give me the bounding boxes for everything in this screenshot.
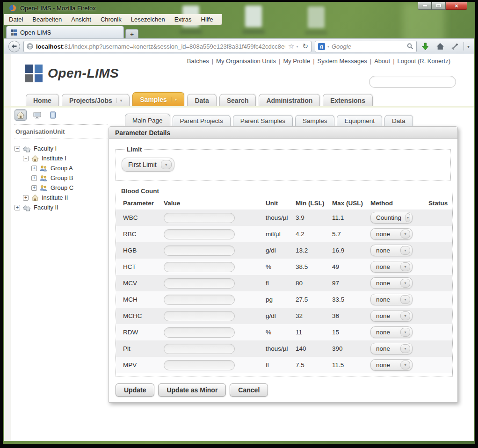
url-bar[interactable]: localhost:81/index.php?username=konertz&… — [23, 41, 311, 52]
value-input-wbc[interactable] — [164, 213, 235, 223]
menu-extras[interactable]: Extras — [174, 16, 192, 23]
method-select-plt[interactable]: none▾ — [370, 343, 413, 354]
method-select-rbc[interactable]: none▾ — [370, 228, 413, 240]
method-select-rdw[interactable]: none▾ — [370, 326, 413, 338]
browser-tab-open-lims[interactable]: Open-LIMS — [6, 26, 124, 38]
new-tab-button[interactable]: + — [125, 29, 138, 38]
downloads-icon[interactable] — [420, 41, 431, 52]
value-input-mcv[interactable] — [164, 278, 235, 289]
tab-parent-projects[interactable]: Parent Projects — [173, 115, 231, 126]
tab-data[interactable]: Data — [384, 115, 413, 126]
menu-ansicht[interactable]: Ansicht — [71, 16, 91, 23]
tab-parent-samples[interactable]: Parent Samples — [233, 115, 293, 126]
chevron-down-icon[interactable]: ▾ — [400, 311, 410, 320]
tree-item-institute-1[interactable]: − Institute I — [23, 153, 108, 163]
menu-hilfe[interactable]: Hilfe — [201, 16, 213, 23]
chevron-down-icon[interactable]: ▾ — [400, 295, 410, 304]
back-button[interactable] — [8, 41, 20, 52]
tab-projects-jobs[interactable]: Projects/Jobs▾ — [62, 94, 130, 106]
tree-item-faculty-1[interactable]: − Faculty I — [14, 144, 108, 153]
search-icon[interactable] — [407, 43, 413, 50]
tab-search[interactable]: Search — [219, 94, 256, 106]
value-input-mch[interactable] — [164, 295, 235, 305]
collapse-toggle[interactable]: − — [14, 146, 20, 152]
chevron-down-icon[interactable]: ▾ — [400, 262, 410, 271]
menu-datei[interactable]: Datei — [9, 16, 23, 23]
value-input-rbc[interactable] — [164, 229, 235, 239]
chevron-down-icon[interactable]: ▾ — [400, 361, 410, 369]
link-my-organisation-units[interactable]: My Organisation Units — [216, 58, 276, 65]
expand-toggle[interactable]: + — [14, 205, 20, 210]
link-batches[interactable]: Batches — [187, 58, 209, 65]
method-select-wbc[interactable]: Counting▾ — [370, 212, 413, 224]
notes-view-button[interactable] — [48, 110, 58, 120]
menu-chronik[interactable]: Chronik — [101, 16, 122, 23]
link-about[interactable]: About — [374, 58, 390, 65]
tree-item-group-b[interactable]: + Group B — [31, 173, 108, 183]
reload-icon[interactable]: ↻ — [302, 42, 308, 51]
maximize-button[interactable] — [432, 2, 446, 10]
bookmark-caret-icon[interactable]: ▾ — [296, 44, 298, 49]
tree-item-group-a[interactable]: + Group A — [31, 163, 108, 173]
method-select-hct[interactable]: none▾ — [370, 261, 413, 273]
chevron-down-icon[interactable]: ▾ — [161, 160, 172, 169]
expand-toggle[interactable]: + — [31, 185, 37, 191]
chevron-down-icon[interactable]: ▾ — [400, 344, 410, 353]
menu-bearbeiten[interactable]: Bearbeiten — [32, 16, 62, 23]
method-select-mch[interactable]: none▾ — [370, 294, 413, 305]
value-input-hct[interactable] — [164, 262, 235, 272]
menu-lesezeichen[interactable]: Lesezeichen — [131, 16, 165, 23]
browser-search-bar[interactable]: g ▾ — [315, 41, 417, 52]
tab-administration[interactable]: Administration — [259, 94, 320, 106]
tree-item-institute-2[interactable]: + Institute II — [23, 193, 108, 202]
update-button[interactable]: Update — [116, 383, 154, 397]
tab-data[interactable]: Data — [187, 94, 216, 106]
expand-toggle[interactable]: + — [31, 175, 37, 181]
search-engine-caret-icon[interactable]: ▾ — [327, 44, 329, 49]
minimize-button[interactable] — [418, 2, 432, 10]
tab-home[interactable]: Home — [26, 94, 59, 106]
desktop-view-button[interactable] — [32, 110, 43, 120]
browser-search-input[interactable] — [332, 43, 405, 50]
update-as-minor-button[interactable]: Update as Minor — [158, 383, 226, 397]
tab-main-page[interactable]: Main Page — [125, 114, 170, 126]
method-select-mpv[interactable]: none▾ — [370, 359, 413, 371]
tab-equipment[interactable]: Equipment — [337, 115, 382, 126]
chevron-down-icon[interactable]: ▾ — [400, 246, 410, 255]
value-input-plt[interactable] — [164, 344, 235, 354]
home-view-button[interactable] — [14, 109, 27, 121]
chevron-down-icon[interactable]: ▾ — [406, 213, 410, 222]
expand-toggle[interactable]: + — [23, 195, 29, 201]
collapse-toggle[interactable]: − — [23, 156, 29, 161]
toolbar-overflow-caret-icon[interactable]: ▾ — [467, 44, 470, 49]
expand-toggle[interactable]: + — [31, 166, 37, 171]
value-input-mpv[interactable] — [164, 360, 235, 370]
link-logout[interactable]: Logout (R. Konertz) — [398, 58, 450, 65]
cancel-button[interactable]: Cancel — [230, 383, 268, 397]
link-system-messages[interactable]: System Messages — [318, 58, 367, 65]
chevron-down-icon[interactable]: ▾ — [116, 98, 123, 103]
chevron-down-icon[interactable]: ▾ — [400, 230, 410, 238]
firefox-icon — [9, 4, 17, 12]
bookmark-star-icon[interactable]: ☆ — [288, 42, 294, 51]
chevron-down-icon[interactable]: ▾ — [400, 279, 410, 288]
method-select-hgb[interactable]: none▾ — [370, 245, 413, 256]
method-select-mcv[interactable]: none▾ — [370, 277, 413, 289]
chevron-down-icon[interactable]: ▾ — [171, 97, 177, 102]
link-my-profile[interactable]: My Profile — [283, 58, 310, 65]
value-input-mchc[interactable] — [164, 311, 235, 321]
close-button[interactable]: × — [446, 2, 467, 10]
plugin-icon[interactable] — [449, 41, 460, 52]
method-select-mchc[interactable]: none▾ — [370, 310, 413, 322]
tab-extensions[interactable]: Extensions — [323, 94, 373, 106]
home-icon[interactable] — [435, 41, 446, 52]
tab-samples[interactable]: Samples▾ — [132, 92, 184, 106]
limit-select[interactable]: First Limit ▾ — [122, 158, 174, 172]
tab-samples[interactable]: Samples — [295, 115, 335, 126]
chevron-down-icon[interactable]: ▾ — [400, 328, 410, 337]
value-input-hgb[interactable] — [164, 246, 235, 256]
site-search-input[interactable] — [369, 76, 456, 87]
value-input-rdw[interactable] — [164, 327, 235, 338]
tree-item-group-c[interactable]: + Group C — [31, 183, 108, 193]
tree-item-faculty-2[interactable]: + Faculty II — [14, 202, 108, 212]
